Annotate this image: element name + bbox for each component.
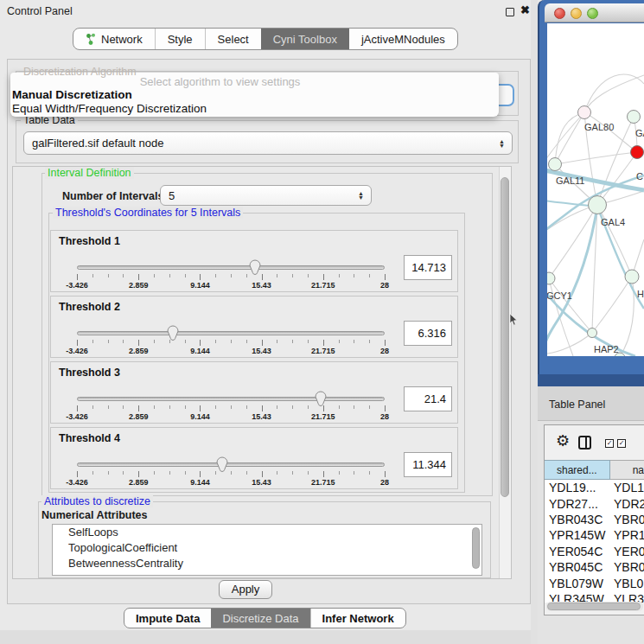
cell-name[interactable]: YER0 [610,545,644,558]
slider-tick [77,274,78,280]
attribute-item-betweennesscentrality[interactable]: BetweennessCentrality [53,556,481,571]
table-panel-bar: Table Panel [538,386,644,421]
cell-name[interactable]: YBL0 [610,577,644,590]
table-row[interactable]: YBL079WYBL0 [545,575,644,590]
node-gal4[interactable] [589,196,607,214]
tab-select[interactable]: Select [205,29,261,49]
slider-scale-label: 21.715 [303,281,344,290]
network-window-titlebar[interactable] [545,3,644,22]
threshold-slider-track[interactable] [77,331,385,335]
slider-tick [123,405,124,409]
table-row[interactable]: YDR27...YDR2 [545,495,644,511]
threshold-slider-track[interactable] [77,397,385,401]
slider-scale-label: 28 [364,412,405,421]
slider-tick [385,340,386,346]
slider-tick [277,405,277,409]
column-header-shared[interactable]: shared... [545,460,610,480]
slider-scale-label: 9.144 [179,478,220,487]
node-gal80[interactable] [578,106,591,119]
slider-tick [262,471,263,477]
gear-icon[interactable]: ⚙ [556,433,570,449]
attributes-scrollbar-thumb[interactable] [472,527,480,569]
popup-option-manual[interactable]: Manual Discretization [12,88,132,101]
cell-shared-name[interactable]: YBL079W [545,577,610,590]
popup-option-equal-width[interactable]: Equal Width/Frequency Discretization [12,102,207,115]
threshold-value-field[interactable]: 14.713 [404,255,452,280]
threshold-value-field[interactable]: 21.4 [404,386,452,411]
cell-name[interactable]: YBR0 [610,560,644,574]
column-layout-icon[interactable] [578,436,591,450]
attribute-item-topologicalcoefficient[interactable]: TopologicalCoefficient [53,540,481,556]
close-icon[interactable]: ✖ [520,3,530,16]
cell-name[interactable]: YBR0 [610,513,644,526]
float-window-icon[interactable] [506,8,514,16]
bottom-tab-impute-data[interactable]: Impute Data [124,609,211,628]
threshold-value-field[interactable]: 6.316 [404,321,452,346]
network-view-canvas[interactable]: GAL80 GA C GAL11 GAL4 GCY1 H HAP2 [547,23,644,356]
node-gal11[interactable] [549,158,562,171]
cell-shared-name[interactable]: YDL19... [545,481,610,494]
table-row[interactable]: YDL19...YDL1 [545,480,644,495]
threshold-slider-thumb[interactable] [248,258,262,279]
deselect-all-checkbox-icon[interactable]: ✓ [617,439,626,448]
table-row[interactable]: YLR345WYLR3 [545,591,644,603]
attribute-item-selfloops[interactable]: SelfLoops [53,525,481,540]
threshold-slider-thumb[interactable] [314,390,328,411]
slider-tick [369,274,370,277]
slider-tick [292,471,293,475]
cell-shared-name[interactable]: YBR045C [545,560,610,574]
slider-tick [354,471,354,475]
node-gcy1[interactable] [547,272,555,284]
slider-tick [215,340,216,343]
select-all-checkbox-icon[interactable]: ✓ [605,439,614,448]
threshold-slider-track[interactable] [77,462,385,467]
close-traffic-light[interactable] [554,8,565,19]
tab-label: Select [218,33,249,46]
numerical-attributes-list[interactable]: SelfLoopsTopologicalCoefficientBetweenne… [52,524,482,576]
minimize-traffic-light[interactable] [571,8,582,19]
node-red[interactable] [631,146,644,159]
column-header-name[interactable]: na [610,460,644,480]
slider-scale-label: 2.859 [118,412,159,421]
tab-network[interactable]: Network [73,29,155,49]
slider-scale-label: 21.715 [303,478,344,487]
slider-tick [339,274,340,277]
threshold-slider-track[interactable] [77,265,385,270]
cell-shared-name[interactable]: YER054C [545,545,610,558]
threshold-slider-thumb[interactable] [166,324,180,345]
horizontal-scrollbar-thumb[interactable] [547,603,641,610]
node-hap2[interactable] [588,328,597,338]
cell-shared-name[interactable]: YBR043C [545,513,610,526]
slider-scale-label: 28 [364,281,405,290]
apply-button[interactable]: Apply [219,580,272,599]
tab-label: Cyni Toolbox [273,33,337,46]
tab-style[interactable]: Style [155,29,205,49]
vertical-scrollbar-thumb[interactable] [501,177,509,497]
bottom-tab-discretize-data[interactable]: Discretize Data [211,609,309,628]
table-panel-title: Table Panel [549,399,605,411]
cell-name[interactable]: YDL1 [610,481,644,494]
table-row[interactable]: YER054CYER0 [545,544,644,559]
horizontal-scrollbar[interactable] [546,602,643,611]
node-h[interactable] [625,270,639,284]
table-row[interactable]: YPR145WYPR1 [545,527,644,543]
cell-name[interactable]: YPR1 [610,528,644,542]
table-row[interactable]: YBR043CYBR0 [545,512,644,527]
slider-tick [339,405,340,409]
number-of-intervals-combo[interactable]: 5 ▲▼ [160,185,372,206]
zoom-traffic-light[interactable] [587,8,598,19]
slider-tick [138,405,139,411]
cell-shared-name[interactable]: YDR27... [545,497,610,511]
cell-shared-name[interactable]: YPR145W [545,528,610,542]
threshold-value-field[interactable]: 11.344 [404,452,452,477]
bottom-tab-infer-network[interactable]: Infer Network [310,609,405,628]
table-data-combo[interactable]: galFiltered.sif default node ▲▼ [23,131,513,155]
threshold-slider-thumb[interactable] [215,456,229,476]
tab-cyni-toolbox[interactable]: Cyni Toolbox [261,29,349,49]
table-data-combo-value: galFiltered.sif default node [32,137,163,150]
slider-tick [185,340,186,343]
table-row[interactable]: YBR045CYBR0 [545,559,644,575]
node-ga[interactable] [628,111,641,124]
cell-name[interactable]: YDR2 [610,497,644,511]
tab-jactivemnodules[interactable]: jActiveMNodules [349,29,457,49]
